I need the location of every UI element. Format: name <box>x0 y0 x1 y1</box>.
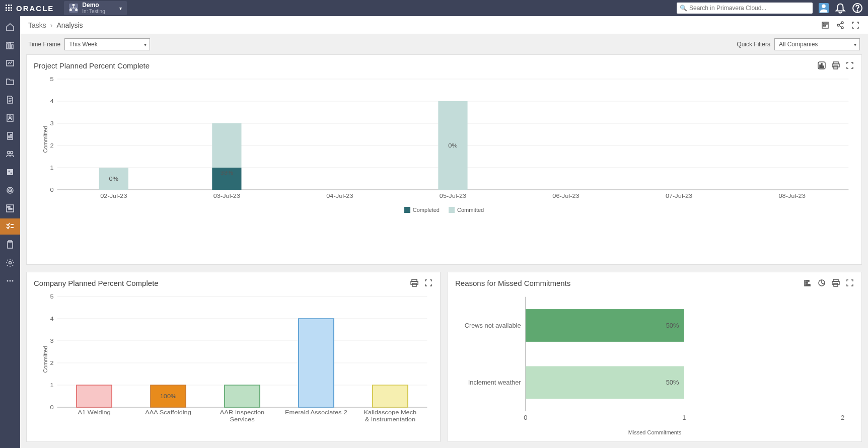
sidebar-risk[interactable] <box>0 164 20 180</box>
svg-text:0: 0 <box>50 404 54 411</box>
svg-rect-48 <box>821 63 822 68</box>
stacked-chart-icon[interactable] <box>817 61 826 70</box>
bar-chart-icon[interactable] <box>803 278 812 287</box>
svg-text:AAR Inspection: AAR Inspection <box>220 409 264 416</box>
y-axis-label: Committed <box>42 126 48 153</box>
svg-text:Inclement weather: Inclement weather <box>468 380 521 386</box>
svg-text:50%: 50% <box>666 322 679 329</box>
print-icon[interactable] <box>410 278 419 287</box>
svg-text:Crews not available: Crews not available <box>465 322 521 329</box>
svg-rect-47 <box>820 65 821 68</box>
svg-text:AAA Scaffolding: AAA Scaffolding <box>145 409 191 416</box>
quick-filters-dropdown[interactable]: All Companies <box>774 38 860 50</box>
sidebar-settings[interactable] <box>0 255 20 271</box>
svg-rect-83 <box>411 281 418 284</box>
pie-chart-icon[interactable] <box>817 278 826 287</box>
svg-rect-125 <box>526 366 684 399</box>
filter-row: Time Frame This Week Quick Filters All C… <box>20 34 868 54</box>
breadcrumb-parent[interactable]: Tasks <box>28 21 46 29</box>
sidebar-reports[interactable] <box>0 128 20 144</box>
sidebar-resources[interactable] <box>0 146 20 162</box>
svg-rect-116 <box>832 281 839 284</box>
svg-rect-21 <box>9 136 10 138</box>
svg-text:1: 1 <box>682 414 686 421</box>
help-icon[interactable] <box>852 3 863 14</box>
search-input[interactable] <box>689 5 810 12</box>
svg-rect-112 <box>806 282 808 283</box>
chevron-down-icon: ▾ <box>119 6 122 11</box>
breadcrumb-current: Analysis <box>56 21 83 29</box>
svg-text:1: 1 <box>50 165 54 171</box>
y-axis-label: Committed <box>42 346 48 372</box>
svg-rect-122 <box>526 309 684 342</box>
context-switcher[interactable]: Demo In: Testing ▾ <box>64 1 126 15</box>
svg-text:07-Jul-23: 07-Jul-23 <box>666 193 693 199</box>
svg-point-39 <box>12 280 14 282</box>
settings-icon[interactable] <box>821 21 830 30</box>
sidebar-scope[interactable] <box>0 182 20 198</box>
svg-text:Emerald Associates-2: Emerald Associates-2 <box>285 409 347 416</box>
sidebar-schedule[interactable] <box>0 200 20 216</box>
notifications-icon[interactable] <box>835 3 846 14</box>
sidebar <box>0 16 20 448</box>
sidebar-more[interactable] <box>0 273 20 289</box>
apps-grid-icon[interactable] <box>5 4 13 12</box>
svg-rect-1 <box>8 5 10 6</box>
maximize-icon[interactable] <box>845 278 854 287</box>
sidebar-contacts[interactable] <box>0 110 20 126</box>
company-planned-chart: Committed 012345A1 Welding100%AAA Scaffo… <box>34 291 433 427</box>
svg-point-12 <box>822 5 826 9</box>
svg-text:50%: 50% <box>666 380 679 386</box>
svg-text:05-Jul-23: 05-Jul-23 <box>440 193 467 199</box>
brand-text: ORACLE <box>16 4 54 13</box>
context-subtitle: In: Testing <box>82 9 105 14</box>
svg-rect-70 <box>212 123 241 168</box>
svg-rect-6 <box>6 10 7 11</box>
hierarchy-icon <box>69 4 78 13</box>
sidebar-clipboard[interactable] <box>0 237 20 253</box>
print-icon[interactable] <box>831 278 840 287</box>
svg-point-27 <box>11 173 12 174</box>
panel-title: Project Planned Percent Complete <box>34 61 150 70</box>
sidebar-documents[interactable] <box>0 92 20 108</box>
svg-rect-17 <box>12 45 13 49</box>
svg-text:0%: 0% <box>109 176 119 182</box>
context-title: Demo <box>82 2 105 9</box>
svg-rect-2 <box>11 5 12 6</box>
sidebar-tasks[interactable] <box>0 218 20 235</box>
search-box[interactable]: 🔍 <box>677 3 813 14</box>
svg-rect-33 <box>9 208 12 209</box>
dashboard: Project Planned Percent Complete Committ… <box>20 54 868 448</box>
time-frame-dropdown[interactable]: This Week <box>64 38 150 50</box>
maximize-icon[interactable] <box>424 278 433 287</box>
svg-point-36 <box>9 262 12 264</box>
x-axis-label: Missed Commitments <box>455 429 854 435</box>
svg-rect-3 <box>6 7 7 9</box>
sidebar-portfolio[interactable] <box>0 37 20 53</box>
maximize-icon[interactable] <box>845 61 854 70</box>
sidebar-home[interactable] <box>0 19 20 35</box>
svg-rect-25 <box>7 169 13 175</box>
reasons-chart: 012Crews not available50%Inclement weath… <box>455 291 854 427</box>
svg-rect-51 <box>832 64 839 67</box>
svg-text:03-Jul-23: 03-Jul-23 <box>213 193 241 199</box>
svg-rect-42 <box>823 25 826 26</box>
chevron-right-icon: › <box>50 21 53 29</box>
svg-rect-22 <box>11 134 12 138</box>
svg-rect-49 <box>823 66 824 68</box>
svg-text:0: 0 <box>524 414 527 421</box>
svg-rect-113 <box>806 284 810 285</box>
sidebar-files[interactable] <box>0 73 20 90</box>
time-frame-label: Time Frame <box>28 41 60 48</box>
svg-rect-41 <box>823 23 827 24</box>
sidebar-dashboard[interactable] <box>0 55 20 71</box>
company-planned-panel: Company Planned Percent Complete Committ… <box>26 272 441 442</box>
print-icon[interactable] <box>831 61 840 70</box>
panel-title: Company Planned Percent Complete <box>34 279 159 287</box>
svg-rect-117 <box>834 283 838 286</box>
fullscreen-icon[interactable] <box>851 21 860 30</box>
svg-text:100%: 100% <box>160 393 177 400</box>
share-icon[interactable] <box>836 21 845 30</box>
svg-rect-106 <box>299 319 334 407</box>
user-icon[interactable] <box>819 3 829 13</box>
